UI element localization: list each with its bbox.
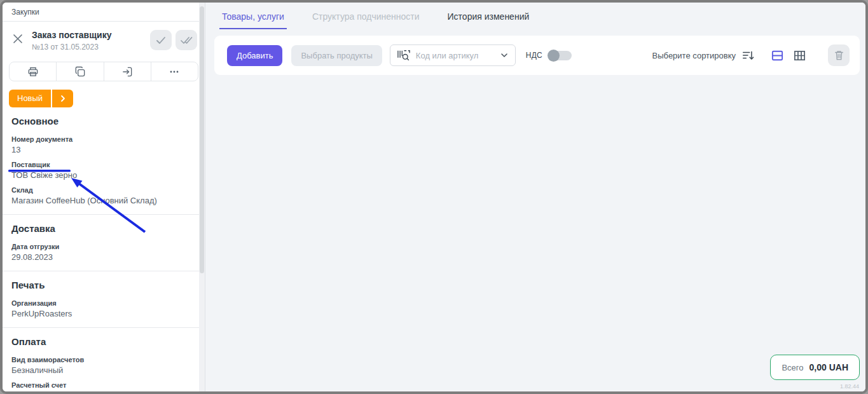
add-button[interactable]: Добавить: [227, 45, 282, 66]
breadcrumb: Закупки: [3, 3, 205, 22]
print-button[interactable]: [10, 62, 56, 81]
total-value: 0,00 UAH: [809, 362, 848, 372]
items-toolbar: Добавить Выбрать продукты Код или артику…: [214, 36, 860, 75]
tab-subordination-structure[interactable]: Структура подчиненности: [310, 3, 422, 29]
more-actions-button[interactable]: [151, 62, 198, 81]
tab-goods-services[interactable]: Товары, услуги: [219, 3, 287, 29]
document-action-bar: [9, 62, 198, 81]
code-search-input[interactable]: Код или артикул: [390, 44, 516, 66]
copy-icon: [74, 65, 86, 78]
field-warehouse[interactable]: Склад Магазин CoffeeHub (Основний Склад): [11, 186, 196, 205]
sort-selector[interactable]: Выберите сортировку: [652, 49, 754, 62]
toggle-knob: [548, 50, 560, 62]
ellipsis-icon: [168, 65, 181, 78]
field-supplier[interactable]: Поставщик ТОВ Свіже зерно: [11, 161, 196, 180]
document-sidebar: Закупки Заказ поставщику №13 от 31.05.20…: [3, 3, 205, 391]
delete-button[interactable]: [828, 44, 850, 66]
sort-label: Выберите сортировку: [652, 51, 736, 60]
double-check-icon: [179, 34, 193, 46]
search-placeholder: Код или артикул: [416, 51, 500, 60]
chevron-right-icon: [59, 95, 67, 102]
section-title: Оплата: [11, 336, 196, 347]
copy-button[interactable]: [56, 62, 103, 81]
chevron-down-icon[interactable]: [500, 51, 509, 60]
sort-icon: [741, 49, 754, 62]
tab-bar: Товары, услуги Структура подчиненности И…: [205, 3, 865, 29]
total-box: Всего 0,00 UAH: [770, 355, 860, 380]
total-label: Всего: [782, 363, 803, 372]
app-window: Закупки Заказ поставщику №13 от 31.05.20…: [0, 0, 868, 394]
move-to-button[interactable]: [104, 62, 151, 81]
items-empty-area: Всего 0,00 UAH 1.82.44: [205, 75, 865, 391]
document-header: Заказ поставщику №13 от 31.05.2023: [3, 22, 205, 58]
field-ship-date[interactable]: Дата отгрузки 29.08.2023: [11, 243, 196, 262]
printer-icon: [27, 65, 39, 78]
approve-button[interactable]: [150, 30, 172, 50]
section-title: Основное: [11, 116, 196, 126]
check-icon: [155, 34, 167, 46]
vat-label: НДС: [526, 51, 542, 60]
close-icon[interactable]: [11, 32, 24, 45]
main-area: Товары, услуги Структура подчиненности И…: [205, 3, 865, 391]
rows-view-button[interactable]: [771, 49, 784, 62]
section-title: Доставка: [11, 223, 196, 234]
trash-icon: [834, 50, 844, 61]
tab-change-history[interactable]: История изменений: [445, 3, 532, 29]
field-organization[interactable]: Организация PerkUpRoasters: [11, 299, 196, 318]
barcode-scan-icon: [397, 49, 411, 62]
section-payment: Оплата Вид взаиморасчетов Безналичный Ра…: [3, 327, 205, 391]
status-next-button[interactable]: [52, 90, 73, 107]
field-bank-account[interactable]: Расчетный счет Виробництво. АТ КБ "Прива…: [11, 381, 196, 391]
document-status: Новый: [9, 90, 198, 107]
section-title: Печать: [11, 280, 196, 290]
document-title: Заказ поставщику: [32, 30, 146, 40]
document-number-date: №13 от 31.05.2023: [32, 43, 146, 51]
app-version: 1.82.44: [840, 383, 859, 390]
sidebar-scrollbar[interactable]: [199, 3, 205, 391]
select-products-button[interactable]: Выбрать продукты: [291, 45, 382, 66]
section-main: Основное Номер документа 13 Поставщик ТО…: [3, 107, 205, 214]
field-settlement-type[interactable]: Вид взаиморасчетов Безналичный: [11, 356, 196, 375]
status-badge[interactable]: Новый: [9, 90, 51, 107]
approve-all-button[interactable]: [176, 30, 197, 50]
field-doc-number[interactable]: Номер документа 13: [11, 135, 196, 154]
section-print: Печать Организация PerkUpRoasters: [3, 271, 205, 327]
vat-toggle[interactable]: [548, 51, 572, 60]
section-delivery: Доставка Дата отгрузки 29.08.2023: [3, 214, 205, 271]
scrollbar-thumb[interactable]: [200, 6, 204, 273]
sign-in-arrow-icon: [121, 65, 134, 78]
grid-view-button[interactable]: [793, 49, 806, 62]
